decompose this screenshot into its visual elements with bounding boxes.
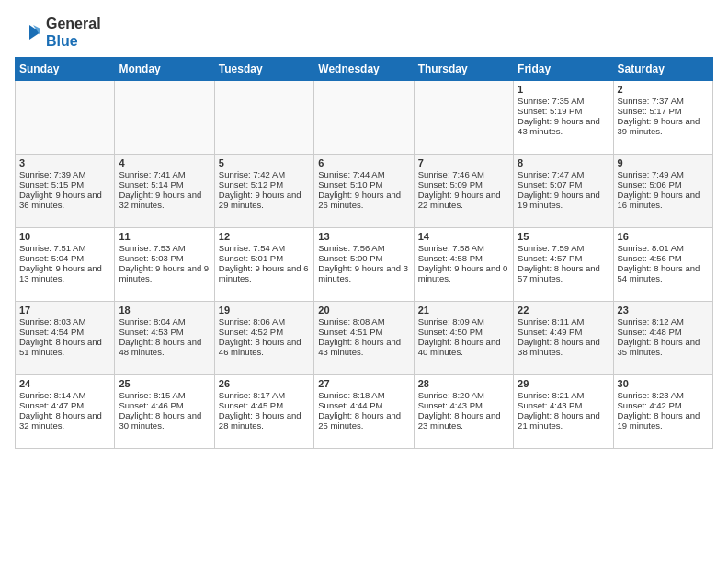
logo: General Blue [15,15,101,50]
day-number: 1 [518,84,609,95]
day-info: Sunset: 4:42 PM [618,400,709,410]
day-info: Sunset: 4:51 PM [318,327,409,337]
day-info: Sunset: 5:07 PM [518,179,609,190]
day-cell [16,81,115,155]
day-number: 13 [318,231,409,242]
day-info: Sunset: 5:17 PM [618,106,709,116]
weekday-header-tuesday: Tuesday [214,58,313,81]
day-info: Daylight: 9 hours and 3 minutes. [318,263,409,283]
week-row-1: 1Sunrise: 7:35 AMSunset: 5:19 PMDaylight… [16,81,713,155]
day-cell: 29Sunrise: 8:21 AMSunset: 4:43 PMDayligh… [514,375,613,449]
day-number: 5 [219,157,310,168]
day-info: Sunset: 4:54 PM [19,327,110,337]
day-number: 29 [518,378,609,389]
day-number: 17 [19,304,110,316]
day-number: 19 [219,304,310,316]
day-info: Sunset: 4:43 PM [518,400,609,410]
day-info: Daylight: 8 hours and 28 minutes. [219,410,310,431]
day-info: Daylight: 8 hours and 57 minutes. [518,263,609,283]
day-cell: 28Sunrise: 8:20 AMSunset: 4:43 PMDayligh… [414,375,513,449]
day-info: Sunset: 4:45 PM [219,400,310,410]
day-info: Daylight: 9 hours and 19 minutes. [518,190,609,210]
day-info: Daylight: 8 hours and 51 minutes. [19,337,110,357]
day-cell: 13Sunrise: 7:56 AMSunset: 5:00 PMDayligh… [314,228,414,302]
day-info: Daylight: 9 hours and 16 minutes. [618,190,709,210]
day-cell: 6Sunrise: 7:44 AMSunset: 5:10 PMDaylight… [314,155,414,228]
day-info: Sunset: 4:48 PM [618,327,709,337]
day-info: Sunset: 5:12 PM [219,179,310,190]
day-cell: 10Sunrise: 7:51 AMSunset: 5:04 PMDayligh… [16,228,115,302]
day-info: Sunrise: 8:08 AM [318,316,409,327]
day-info: Sunrise: 8:21 AM [518,390,609,400]
day-info: Daylight: 9 hours and 43 minutes. [518,116,609,136]
day-info: Sunset: 5:19 PM [518,106,609,116]
weekday-header-friday: Friday [514,58,613,81]
day-info: Sunset: 4:47 PM [19,400,110,410]
weekday-header-thursday: Thursday [414,58,513,81]
day-info: Sunset: 4:52 PM [219,327,310,337]
day-cell: 19Sunrise: 8:06 AMSunset: 4:52 PMDayligh… [214,302,313,375]
day-info: Sunset: 5:03 PM [119,253,210,263]
day-cell: 30Sunrise: 8:23 AMSunset: 4:42 PMDayligh… [613,375,712,449]
day-number: 21 [418,304,509,316]
day-info: Sunrise: 8:06 AM [219,316,310,327]
day-number: 15 [518,231,609,242]
day-cell: 26Sunrise: 8:17 AMSunset: 4:45 PMDayligh… [214,375,313,449]
day-info: Sunrise: 7:56 AM [318,243,409,253]
day-number: 18 [119,304,210,316]
day-number: 7 [418,157,509,168]
day-number: 20 [318,304,409,316]
day-cell: 21Sunrise: 8:09 AMSunset: 4:50 PMDayligh… [414,302,513,375]
day-number: 27 [318,378,409,389]
day-info: Daylight: 9 hours and 22 minutes. [418,190,509,210]
day-info: Sunrise: 7:39 AM [19,169,110,179]
day-number: 14 [418,231,509,242]
day-info: Daylight: 8 hours and 43 minutes. [318,337,409,357]
day-info: Daylight: 8 hours and 35 minutes. [618,337,709,357]
day-info: Sunrise: 7:49 AM [618,169,709,179]
day-info: Sunrise: 7:42 AM [219,169,310,179]
day-cell: 24Sunrise: 8:14 AMSunset: 4:47 PMDayligh… [16,375,115,449]
day-number: 26 [219,378,310,389]
page: General Blue SundayMondayTuesdayWednesda… [0,0,728,456]
day-info: Daylight: 8 hours and 40 minutes. [418,337,509,357]
day-info: Sunset: 5:00 PM [318,253,409,263]
day-number: 9 [618,157,709,168]
day-info: Sunrise: 8:01 AM [618,243,709,253]
day-info: Daylight: 8 hours and 25 minutes. [318,410,409,431]
day-info: Daylight: 8 hours and 19 minutes. [618,410,709,431]
calendar-table: SundayMondayTuesdayWednesdayThursdayFrid… [15,57,713,449]
day-info: Sunrise: 8:20 AM [418,390,509,400]
day-number: 24 [19,378,110,389]
day-number: 23 [618,304,709,316]
day-info: Daylight: 8 hours and 32 minutes. [19,410,110,431]
week-row-2: 3Sunrise: 7:39 AMSunset: 5:15 PMDaylight… [16,155,713,228]
day-info: Sunset: 5:09 PM [418,179,509,190]
day-info: Sunrise: 7:51 AM [19,243,110,253]
day-info: Sunset: 5:04 PM [19,253,110,263]
day-info: Daylight: 8 hours and 23 minutes. [418,410,509,431]
day-info: Sunset: 5:01 PM [219,253,310,263]
day-info: Sunrise: 7:53 AM [119,243,210,253]
week-row-5: 24Sunrise: 8:14 AMSunset: 4:47 PMDayligh… [16,375,713,449]
day-number: 25 [119,378,210,389]
day-cell: 16Sunrise: 8:01 AMSunset: 4:56 PMDayligh… [613,228,712,302]
day-info: Sunrise: 7:35 AM [518,96,609,106]
day-cell: 7Sunrise: 7:46 AMSunset: 5:09 PMDaylight… [414,155,513,228]
day-cell [214,81,313,155]
day-cell: 1Sunrise: 7:35 AMSunset: 5:19 PMDaylight… [514,81,613,155]
day-number: 3 [19,157,110,168]
day-number: 10 [19,231,110,242]
day-info: Daylight: 9 hours and 26 minutes. [318,190,409,210]
day-info: Daylight: 8 hours and 48 minutes. [119,337,210,357]
day-number: 28 [418,378,509,389]
day-cell: 8Sunrise: 7:47 AMSunset: 5:07 PMDaylight… [514,155,613,228]
day-cell [314,81,414,155]
day-cell: 11Sunrise: 7:53 AMSunset: 5:03 PMDayligh… [115,228,214,302]
day-cell: 5Sunrise: 7:42 AMSunset: 5:12 PMDaylight… [214,155,313,228]
day-info: Sunrise: 7:44 AM [318,169,409,179]
day-cell: 3Sunrise: 7:39 AMSunset: 5:15 PMDaylight… [16,155,115,228]
day-info: Sunset: 4:58 PM [418,253,509,263]
day-info: Daylight: 8 hours and 54 minutes. [618,263,709,283]
day-info: Daylight: 8 hours and 38 minutes. [518,337,609,357]
